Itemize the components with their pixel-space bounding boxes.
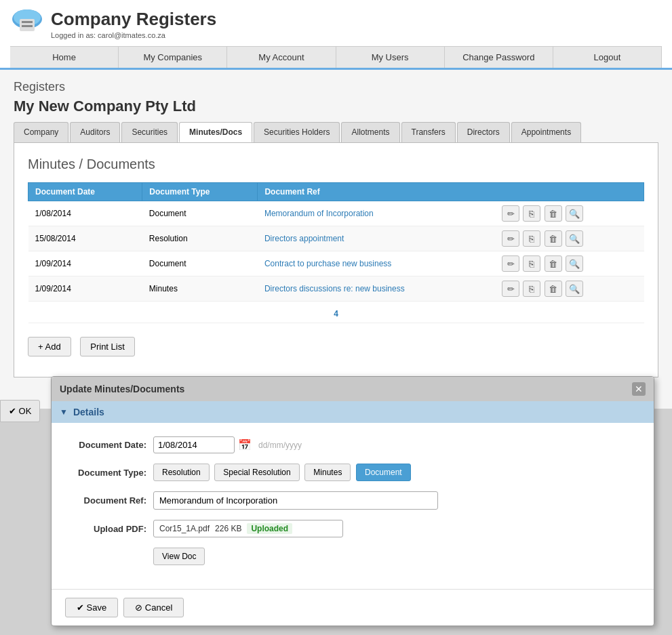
svg-rect-4 — [22, 25, 33, 27]
row4-actions: ✏ ⎘ 🗑 🔍 — [495, 276, 644, 302]
tab-minutes-docs[interactable]: Minutes/Docs — [179, 122, 252, 142]
app-title: Company Registers — [51, 9, 216, 30]
section-header: ▼ Details — [52, 401, 654, 423]
table-row: 1/08/2014 Document Memorandum of Incorpo… — [28, 201, 644, 226]
upload-row: Upload PDF: Cor15_1A.pdf 226 KB Uploaded — [65, 520, 640, 537]
view-doc-button[interactable]: View Doc — [153, 548, 205, 565]
section-collapse-icon[interactable]: ▼ — [60, 407, 68, 417]
tab-appointments[interactable]: Appointments — [511, 122, 581, 142]
save-button[interactable]: ✔ Save — [65, 598, 118, 617]
type-row: Document Type: Resolution Special Resolu… — [65, 464, 640, 481]
tab-securities[interactable]: Securities — [121, 122, 178, 142]
update-modal: Update Minutes/Documents ✕ ▼ Details Doc… — [51, 376, 654, 626]
edit-btn-3[interactable]: ✏ — [502, 255, 519, 272]
tab-securities-holders[interactable]: Securities Holders — [254, 122, 340, 142]
type-label: Document Type: — [65, 468, 153, 478]
copy-btn-3[interactable]: ⎘ — [523, 255, 540, 272]
tab-auditors[interactable]: Auditors — [70, 122, 120, 142]
row2-date: 15/08/2014 — [28, 226, 142, 251]
type-minutes[interactable]: Minutes — [304, 464, 351, 481]
delete-btn-2[interactable]: 🗑 — [545, 230, 562, 247]
row3-ref: Contract to purchase new business — [258, 251, 495, 276]
company-name: My New Company Pty Ltd — [14, 98, 658, 115]
upload-filename: Cor15_1A.pdf — [159, 524, 210, 533]
nav-my-account[interactable]: My Account — [227, 47, 336, 68]
col-date: Document Date — [28, 183, 142, 201]
table-row: 1/09/2014 Document Contract to purchase … — [28, 251, 644, 276]
view-btn-1[interactable]: 🔍 — [566, 205, 583, 222]
minutes-panel: Minutes / Documents Document Date Docume… — [14, 142, 658, 377]
col-type: Document Type — [142, 183, 258, 201]
ref-label: Document Ref: — [65, 495, 153, 506]
tab-company[interactable]: Company — [14, 122, 68, 142]
row1-date: 1/08/2014 — [28, 201, 142, 226]
ref-input[interactable] — [153, 491, 438, 510]
section-body: Document Date: 📅 dd/mm/yyyy Document Typ… — [52, 423, 654, 589]
edit-btn-2[interactable]: ✏ — [502, 230, 519, 247]
row1-actions: ✏ ⎘ 🗑 🔍 — [495, 201, 644, 226]
row3-actions: ✏ ⎘ 🗑 🔍 — [495, 251, 644, 276]
tab-transfers[interactable]: Transfers — [401, 122, 456, 142]
edit-btn-4[interactable]: ✏ — [502, 281, 519, 297]
nav-bar: Home My Companies My Account My Users Ch… — [10, 46, 662, 68]
header: Company Registers Logged in as: carol@it… — [0, 0, 672, 70]
upload-label: Upload PDF: — [65, 524, 153, 534]
type-buttons: Resolution Special Resolution Minutes Do… — [153, 464, 414, 481]
svg-rect-3 — [22, 21, 33, 23]
type-document[interactable]: Document — [356, 464, 411, 481]
row2-ref: Directors appointment — [258, 226, 495, 251]
view-doc-row: View Doc — [65, 548, 640, 565]
table-row: 1/09/2014 Minutes Directors discussions … — [28, 276, 644, 302]
nav-my-companies[interactable]: My Companies — [119, 47, 227, 68]
documents-table: Document Date Document Type Document Ref… — [28, 182, 644, 323]
view-btn-3[interactable]: 🔍 — [566, 255, 583, 272]
calendar-icon[interactable]: 📅 — [238, 438, 252, 451]
tab-directors[interactable]: Directors — [457, 122, 510, 142]
view-btn-4[interactable]: 🔍 — [566, 281, 583, 297]
row4-ref: Directors discussions re: new business — [258, 276, 495, 302]
panel-title: Minutes / Documents — [28, 157, 644, 172]
nav-home[interactable]: Home — [10, 47, 119, 68]
row1-type: Document — [142, 201, 258, 226]
print-button[interactable]: Print List — [80, 337, 135, 356]
type-special-resolution[interactable]: Special Resolution — [214, 464, 299, 481]
type-resolution[interactable]: Resolution — [153, 464, 210, 481]
delete-btn-3[interactable]: 🗑 — [545, 255, 562, 272]
upload-display: Cor15_1A.pdf 226 KB Uploaded — [153, 520, 343, 537]
view-btn-2[interactable]: 🔍 — [566, 230, 583, 247]
add-button[interactable]: + Add — [28, 337, 71, 356]
row4-date: 1/09/2014 — [28, 276, 142, 302]
row2-actions: ✏ ⎘ 🗑 🔍 — [495, 226, 644, 251]
table-row: 15/08/2014 Resolution Directors appointm… — [28, 226, 644, 251]
nav-logout[interactable]: Logout — [553, 47, 662, 68]
ok-button[interactable]: ✔ OK — [0, 400, 40, 422]
row4-type: Minutes — [142, 276, 258, 302]
cancel-button[interactable]: ⊘ Cancel — [123, 598, 184, 617]
edit-btn-1[interactable]: ✏ — [502, 205, 519, 222]
page-number[interactable]: 4 — [35, 309, 637, 319]
modal-close-button[interactable]: ✕ — [632, 382, 646, 396]
modal-footer: ✔ Save ⊘ Cancel — [52, 589, 654, 626]
upload-status: Uploaded — [247, 523, 292, 534]
row3-type: Document — [142, 251, 258, 276]
delete-btn-1[interactable]: 🗑 — [545, 205, 562, 222]
date-label: Document Date: — [65, 440, 153, 450]
copy-btn-1[interactable]: ⎘ — [523, 205, 540, 222]
delete-btn-4[interactable]: 🗑 — [545, 281, 562, 297]
modal-title: Update Minutes/Documents — [60, 384, 184, 394]
modal-section: ▼ Details Document Date: 📅 dd/mm/yyyy Do… — [52, 401, 654, 589]
logo-icon — [10, 7, 44, 41]
nav-change-password[interactable]: Change Password — [445, 47, 553, 68]
date-row: Document Date: 📅 dd/mm/yyyy — [65, 436, 640, 453]
date-input[interactable] — [153, 436, 235, 453]
copy-btn-4[interactable]: ⎘ — [523, 281, 540, 297]
col-ref: Document Ref — [258, 183, 644, 201]
copy-btn-2[interactable]: ⎘ — [523, 230, 540, 247]
row2-type: Resolution — [142, 226, 258, 251]
date-hint: dd/mm/yyyy — [258, 441, 302, 450]
ref-row: Document Ref: — [65, 491, 640, 510]
tab-allotments[interactable]: Allotments — [341, 122, 399, 142]
logged-in-label: Logged in as: carol@itmates.co.za — [51, 31, 216, 39]
nav-my-users[interactable]: My Users — [336, 47, 445, 68]
section-title: Details — [73, 407, 104, 417]
